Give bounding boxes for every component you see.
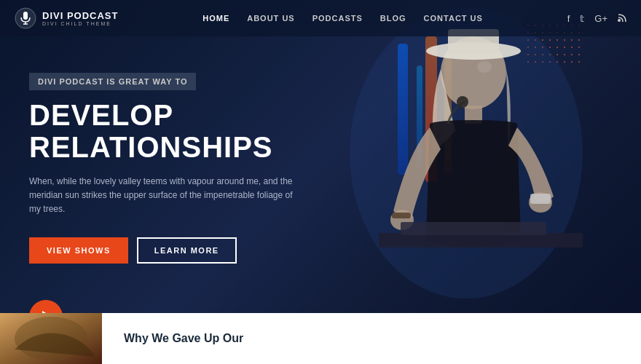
- bottom-section: Why We Gave Up Our: [0, 313, 641, 364]
- svg-rect-8: [392, 213, 411, 218]
- hero-buttons: VIEW SHOWS LEARN MORE: [29, 237, 342, 264]
- play-label: PLAY THE AUDIO: [74, 311, 173, 313]
- svg-rect-10: [401, 222, 546, 235]
- learn-more-button[interactable]: LEARN MORE: [137, 237, 237, 264]
- hero-content: DIVI PODCAST IS GREAT WAY TO DEVELOP REL…: [29, 73, 342, 313]
- play-button[interactable]: [29, 300, 63, 313]
- logo-subtitle: DIVI CHILD THEME: [42, 21, 118, 26]
- svg-rect-14: [23, 12, 28, 20]
- bottom-image: [0, 313, 102, 364]
- facebook-icon[interactable]: f: [567, 13, 570, 24]
- hero-title: DEVELOP RELATIONSHIPS: [29, 99, 342, 163]
- view-shows-button[interactable]: VIEW SHOWS: [29, 237, 128, 264]
- svg-point-12: [477, 61, 492, 73]
- svg-point-17: [618, 19, 621, 22]
- logo-title: DIVI PODCAST: [42, 10, 118, 21]
- hero-figure: [306, 7, 597, 313]
- hero-description: When, while the lovely valley teems with…: [29, 175, 299, 217]
- bottom-content: Why We Gave Up Our: [102, 313, 641, 364]
- nav-podcasts[interactable]: PODCASTS: [312, 14, 363, 23]
- nav-contact[interactable]: CONTACT US: [424, 14, 483, 23]
- hero-tagline: DIVI PODCAST IS GREAT WAY TO: [29, 73, 196, 90]
- play-area: PLAY THE AUDIO: [29, 300, 342, 313]
- nav-home[interactable]: HOME: [202, 14, 229, 23]
- rss-icon[interactable]: [618, 13, 626, 24]
- svg-point-11: [457, 96, 468, 108]
- header: DIVI PODCAST DIVI CHILD THEME HOME ABOUT…: [0, 0, 641, 36]
- twitter-icon[interactable]: 𝕥: [580, 13, 584, 24]
- nav-about[interactable]: ABOUT US: [247, 14, 294, 23]
- svg-rect-7: [530, 194, 551, 204]
- main-nav: HOME ABOUT US PODCASTS BLOG CONTACT US: [202, 14, 483, 23]
- bottom-title: Why We Gave Up Our: [124, 332, 243, 345]
- googleplus-icon[interactable]: G+: [594, 13, 607, 24]
- nav-blog[interactable]: BLOG: [380, 14, 406, 23]
- logo-text: DIVI PODCAST DIVI CHILD THEME: [42, 10, 118, 26]
- logo-area: DIVI PODCAST DIVI CHILD THEME: [15, 7, 118, 29]
- social-icons: f 𝕥 G+: [567, 13, 626, 24]
- microphone-icon: [15, 7, 36, 29]
